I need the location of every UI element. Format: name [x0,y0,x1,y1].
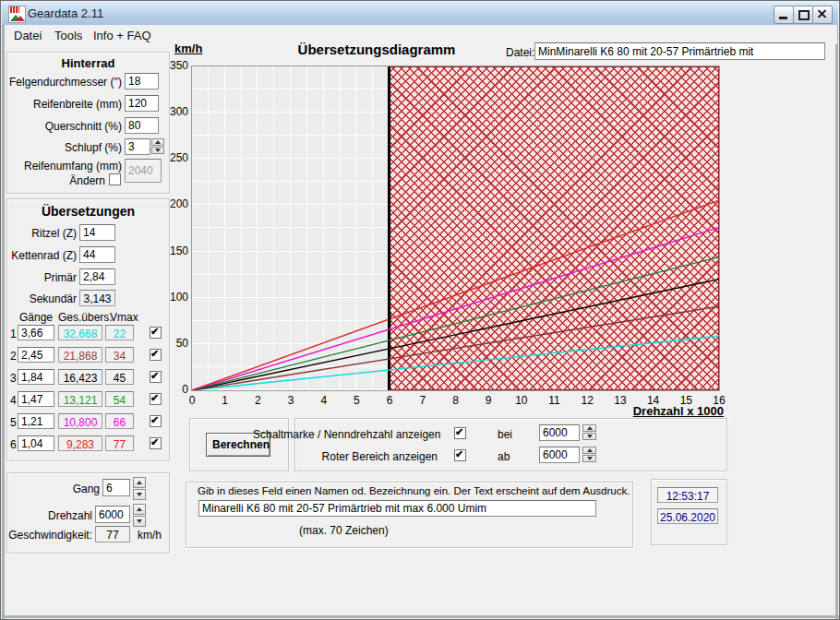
menu-info-faq[interactable]: Info + FAQ [90,28,155,43]
drehzahl-label: Drehzahl [8,509,92,522]
maximize-icon [798,10,810,20]
window-border-bottom [2,615,840,618]
drehzahl-down-button[interactable] [133,516,146,527]
time-value: 12:53:17 [657,487,718,503]
x-tick-label: 9 [486,394,492,407]
ritzel-label: Ritzel (Z) [8,227,77,240]
menu-datei[interactable]: Datei [10,28,45,43]
gaenge-header: Gänge [19,311,53,324]
bei-down-button[interactable] [582,433,596,440]
gang-down-button[interactable] [133,489,146,500]
y-tick-label: 0 [182,383,188,396]
name-hint: Gib in dieses Feld einen Namen od. Bezei… [198,485,630,496]
bei-stepper [582,424,596,441]
gear1-total-value: 32,668 [58,325,102,340]
ritzel-input[interactable] [79,224,115,241]
schlupf-label: Schlupf (%) [8,141,122,154]
x-tick-label: 8 [452,394,459,407]
anzeige-panel [294,418,727,471]
bei-up-button[interactable] [582,424,596,432]
drehzahl-up-button[interactable] [133,504,146,515]
aendern-label: Ändern [8,174,105,187]
gear5-ratio-input[interactable] [18,413,54,429]
x-tick-label: 1 [222,394,228,407]
gear-line [192,227,719,390]
title-bar[interactable]: Geardata 2.11 [2,2,838,26]
x-tick-label: 11 [548,394,559,407]
gear4-vmax-value: 54 [105,391,134,407]
gear2-total-value: 21,868 [58,347,102,363]
gesuebers-header: Ges.übers. [58,311,113,324]
schaltmarke-checkbox[interactable] [454,427,466,439]
y-axis-ticks: 050100150200250300350 [112,66,188,389]
x-axis-label: Drehzahl x 1000 [608,404,724,418]
gear3-ratio-input[interactable] [18,369,54,385]
y-tick-label: 150 [170,244,188,257]
geschwindigkeit-value: 77 [95,526,130,542]
reifenbreite-label: Reifenbreite (mm) [8,98,122,111]
gear-number: 4 [10,394,17,407]
maximize-button[interactable] [793,6,813,24]
querschnitt-label: Querschnitt (%) [8,120,122,133]
gear6-vmax-value: 77 [105,435,134,451]
date-value: 25.06.2020 [657,508,718,524]
gear5-vmax-value: 66 [105,413,134,429]
ab-label: ab [498,450,510,463]
uebersetzungs-diagramm-plot [191,66,720,391]
y-tick-label: 50 [176,337,188,350]
x-tick-label: 0 [189,394,196,407]
gear6-ratio-input[interactable] [18,435,54,451]
gear-line [192,336,719,390]
bei-label: bei [498,428,512,441]
minimize-button[interactable] [774,6,794,24]
gear3-total-value: 16,423 [58,369,102,385]
gang-input[interactable] [102,479,130,496]
kettenrad-label: Kettenrad (Z) [8,249,77,262]
y-tick-label: 250 [170,151,188,164]
gear2-ratio-input[interactable] [18,347,54,363]
gang-up-button[interactable] [133,477,146,488]
primaer-label: Primär [8,271,77,284]
sekundaer-value: 3,143 [79,290,115,306]
x-tick-label: 3 [288,394,294,407]
ab-down-button[interactable] [582,455,596,462]
primaer-input[interactable] [79,268,115,285]
x-tick-label: 10 [515,394,527,407]
bei-rpm-input[interactable] [539,424,580,441]
ab-stepper [582,447,596,463]
menu-tools[interactable]: Tools [51,28,86,43]
gang-label: Gang [8,483,100,495]
gear5-show-checkbox[interactable] [150,415,162,427]
window-border-right [835,25,838,620]
gear-lines-chart [192,66,719,390]
roter-bereich-checkbox[interactable] [454,449,466,461]
datei-input[interactable] [534,42,825,60]
y-tick-label: 300 [170,105,188,118]
gear1-ratio-input[interactable] [18,325,54,340]
gear5-total-value: 10,800 [58,413,102,429]
gear6-show-checkbox[interactable] [150,437,162,449]
x-tick-label: 7 [419,394,426,407]
gear-line [192,306,719,390]
ab-rpm-input[interactable] [539,447,580,463]
drehzahl-input[interactable] [95,506,130,523]
window-border-left [2,25,5,620]
x-tick-label: 4 [320,394,327,407]
app-window: Geardata 2.11 Datei Tools Info + FAQ Hin… [0,0,840,620]
datei-label: Datei: [506,46,534,59]
x-tick-label: 5 [354,394,360,407]
ab-up-button[interactable] [582,447,596,454]
name-input[interactable] [198,500,596,517]
y-tick-label: 350 [170,59,188,72]
kettenrad-input[interactable] [79,246,115,263]
gang-stepper [133,477,146,501]
geschwindigkeit-unit: km/h [138,529,162,542]
minimize-icon [779,17,787,19]
gear-number: 5 [10,416,17,429]
max-chars-label: (max. 70 Zeichen) [299,524,389,537]
close-button[interactable] [812,6,833,24]
gear4-ratio-input[interactable] [18,391,54,407]
gear4-show-checkbox[interactable] [150,393,162,405]
gear-number: 3 [10,372,17,385]
x-tick-label: 2 [255,394,261,407]
